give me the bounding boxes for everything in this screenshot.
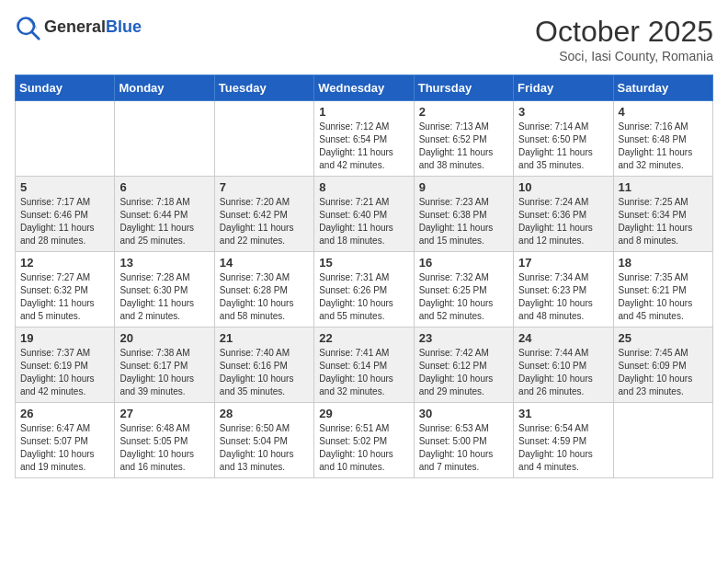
day-info: Sunrise: 7:42 AM Sunset: 6:12 PM Dayligh… [419,347,508,398]
weekday-header: Sunday [16,75,115,101]
day-info: Sunrise: 7:37 AM Sunset: 6:19 PM Dayligh… [20,347,109,398]
day-info: Sunrise: 6:50 AM Sunset: 5:04 PM Dayligh… [220,422,309,474]
calendar-cell: 27Sunrise: 6:48 AM Sunset: 5:05 PM Dayli… [115,403,214,478]
calendar-table: SundayMondayTuesdayWednesdayThursdayFrid… [15,75,713,478]
day-info: Sunrise: 7:30 AM Sunset: 6:28 PM Dayligh… [220,271,309,323]
calendar-cell: 21Sunrise: 7:40 AM Sunset: 6:16 PM Dayli… [214,327,313,403]
calendar-cell: 7Sunrise: 7:20 AM Sunset: 6:42 PM Daylig… [214,177,313,252]
calendar-header-row: SundayMondayTuesdayWednesdayThursdayFrid… [16,75,713,101]
calendar-cell: 25Sunrise: 7:45 AM Sunset: 6:09 PM Dayli… [613,327,712,403]
day-number: 15 [319,256,408,270]
day-info: Sunrise: 7:38 AM Sunset: 6:17 PM Dayligh… [119,347,209,398]
title-block: October 2025 Soci, Iasi County, Romania [535,15,713,63]
calendar-cell: 10Sunrise: 7:24 AM Sunset: 6:36 PM Dayli… [514,177,613,252]
day-number: 1 [319,105,408,119]
day-info: Sunrise: 7:17 AM Sunset: 6:46 PM Dayligh… [20,196,109,247]
calendar-cell: 8Sunrise: 7:21 AM Sunset: 6:40 PM Daylig… [314,177,414,252]
calendar-cell: 24Sunrise: 7:44 AM Sunset: 6:10 PM Dayli… [514,327,613,403]
day-info: Sunrise: 7:25 AM Sunset: 6:34 PM Dayligh… [619,196,708,247]
day-number: 16 [419,256,508,270]
calendar-cell: 2Sunrise: 7:13 AM Sunset: 6:52 PM Daylig… [414,101,513,177]
day-number: 11 [619,180,708,194]
logo-blue-text: Blue [106,17,142,36]
day-number: 12 [20,256,109,270]
day-info: Sunrise: 7:41 AM Sunset: 6:14 PM Dayligh… [319,347,408,398]
calendar-cell: 22Sunrise: 7:41 AM Sunset: 6:14 PM Dayli… [314,327,414,403]
calendar-cell: 12Sunrise: 7:27 AM Sunset: 6:32 PM Dayli… [16,252,115,327]
day-info: Sunrise: 6:48 AM Sunset: 5:05 PM Dayligh… [119,422,209,474]
day-number: 6 [119,180,209,194]
calendar-cell: 6Sunrise: 7:18 AM Sunset: 6:44 PM Daylig… [115,177,214,252]
day-info: Sunrise: 7:14 AM Sunset: 6:50 PM Dayligh… [518,121,608,172]
day-info: Sunrise: 7:27 AM Sunset: 6:32 PM Dayligh… [20,271,109,323]
logo-text: GeneralBlue [44,18,142,37]
day-number: 23 [419,331,508,345]
calendar-cell: 28Sunrise: 6:50 AM Sunset: 5:04 PM Dayli… [214,403,313,478]
calendar-cell: 18Sunrise: 7:35 AM Sunset: 6:21 PM Dayli… [613,252,712,327]
calendar-cell: 17Sunrise: 7:34 AM Sunset: 6:23 PM Dayli… [514,252,613,327]
day-info: Sunrise: 7:31 AM Sunset: 6:26 PM Dayligh… [319,271,408,323]
logo-icon [15,15,40,40]
page-header: GeneralBlue October 2025 Soci, Iasi Coun… [15,15,713,63]
day-info: Sunrise: 7:45 AM Sunset: 6:09 PM Dayligh… [619,347,708,398]
day-number: 20 [119,331,209,345]
day-number: 14 [220,256,309,270]
calendar-cell: 14Sunrise: 7:30 AM Sunset: 6:28 PM Dayli… [214,252,313,327]
day-number: 2 [419,105,508,119]
day-info: Sunrise: 7:12 AM Sunset: 6:54 PM Dayligh… [319,121,408,172]
calendar-week-row: 5Sunrise: 7:17 AM Sunset: 6:46 PM Daylig… [16,177,713,252]
calendar-cell [16,101,115,177]
weekday-header: Thursday [414,75,513,101]
calendar-cell: 16Sunrise: 7:32 AM Sunset: 6:25 PM Dayli… [414,252,513,327]
day-number: 8 [319,180,408,194]
calendar-cell: 11Sunrise: 7:25 AM Sunset: 6:34 PM Dayli… [613,177,712,252]
calendar-cell: 15Sunrise: 7:31 AM Sunset: 6:26 PM Dayli… [314,252,414,327]
day-info: Sunrise: 6:53 AM Sunset: 5:00 PM Dayligh… [419,422,508,474]
day-number: 30 [419,407,508,420]
logo-general-text: General [44,17,106,36]
calendar-week-row: 19Sunrise: 7:37 AM Sunset: 6:19 PM Dayli… [16,327,713,403]
day-info: Sunrise: 7:44 AM Sunset: 6:10 PM Dayligh… [518,347,608,398]
day-info: Sunrise: 7:32 AM Sunset: 6:25 PM Dayligh… [419,271,508,323]
day-number: 9 [419,180,508,194]
calendar-week-row: 26Sunrise: 6:47 AM Sunset: 5:07 PM Dayli… [16,403,713,478]
day-number: 19 [20,331,109,345]
calendar-cell: 5Sunrise: 7:17 AM Sunset: 6:46 PM Daylig… [16,177,115,252]
logo: GeneralBlue [15,15,142,40]
calendar-cell: 20Sunrise: 7:38 AM Sunset: 6:17 PM Dayli… [115,327,214,403]
calendar-cell: 19Sunrise: 7:37 AM Sunset: 6:19 PM Dayli… [16,327,115,403]
location: Soci, Iasi County, Romania [535,49,713,63]
day-info: Sunrise: 6:47 AM Sunset: 5:07 PM Dayligh… [20,422,109,474]
day-info: Sunrise: 7:24 AM Sunset: 6:36 PM Dayligh… [518,196,608,247]
day-number: 31 [518,407,608,420]
day-info: Sunrise: 7:18 AM Sunset: 6:44 PM Dayligh… [119,196,209,247]
calendar-cell: 9Sunrise: 7:23 AM Sunset: 6:38 PM Daylig… [414,177,513,252]
calendar-cell: 3Sunrise: 7:14 AM Sunset: 6:50 PM Daylig… [514,101,613,177]
day-info: Sunrise: 7:23 AM Sunset: 6:38 PM Dayligh… [419,196,508,247]
day-number: 28 [220,407,309,420]
calendar-cell: 31Sunrise: 6:54 AM Sunset: 4:59 PM Dayli… [514,403,613,478]
calendar-cell: 1Sunrise: 7:12 AM Sunset: 6:54 PM Daylig… [314,101,414,177]
day-info: Sunrise: 6:51 AM Sunset: 5:02 PM Dayligh… [319,422,408,474]
day-number: 17 [518,256,608,270]
calendar-cell: 30Sunrise: 6:53 AM Sunset: 5:00 PM Dayli… [414,403,513,478]
day-number: 10 [518,180,608,194]
calendar-week-row: 1Sunrise: 7:12 AM Sunset: 6:54 PM Daylig… [16,101,713,177]
day-number: 25 [619,331,708,345]
day-info: Sunrise: 7:13 AM Sunset: 6:52 PM Dayligh… [419,121,508,172]
calendar-cell: 23Sunrise: 7:42 AM Sunset: 6:12 PM Dayli… [414,327,513,403]
day-number: 26 [20,407,109,420]
day-number: 7 [220,180,309,194]
calendar-cell: 13Sunrise: 7:28 AM Sunset: 6:30 PM Dayli… [115,252,214,327]
calendar-cell [613,403,712,478]
day-number: 27 [119,407,209,420]
calendar-week-row: 12Sunrise: 7:27 AM Sunset: 6:32 PM Dayli… [16,252,713,327]
calendar-cell: 4Sunrise: 7:16 AM Sunset: 6:48 PM Daylig… [613,101,712,177]
calendar-cell [214,101,313,177]
weekday-header: Tuesday [214,75,313,101]
day-number: 4 [619,105,708,119]
day-info: Sunrise: 6:54 AM Sunset: 4:59 PM Dayligh… [518,422,608,474]
weekday-header: Wednesday [314,75,414,101]
day-number: 24 [518,331,608,345]
calendar-cell [115,101,214,177]
